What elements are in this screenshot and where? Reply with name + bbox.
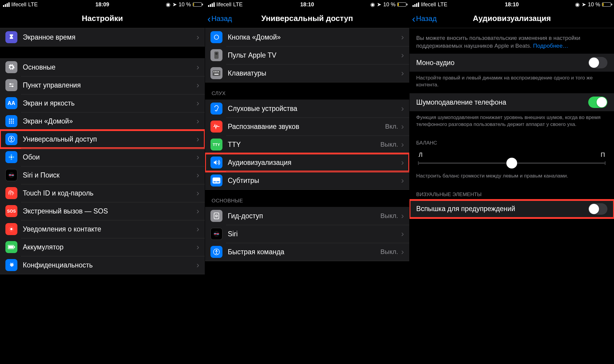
switch-mono-audio[interactable] [588,57,607,68]
status-bar: lifecell LTE 18:09 ◉ ➤ 10 % [0,0,205,9]
list-row[interactable]: SOSЭкстренный вызов — SOS› [0,202,205,220]
slider-thumb[interactable] [506,158,517,169]
list-row[interactable]: Слуховые устройства› [205,100,410,118]
list-row[interactable]: Siri и Поиск› [0,166,205,184]
screen-accessibility: lifecell LTE 18:10 ◉ ➤ 10 % ‹ Назад Унив… [205,0,410,364]
row-label: Уведомления о контакте [23,225,196,233]
clock: 18:10 [410,1,614,8]
chevron-right-icon: › [196,188,199,198]
switch-noise-cancel[interactable] [588,97,607,108]
clock: 18:09 [0,1,205,8]
back-button[interactable]: ‹ Назад [412,13,437,24]
grid-icon [5,115,17,127]
row-label: Экранное время [23,33,196,41]
row-noise-cancel[interactable]: Шумоподавление телефона [410,93,614,111]
footer-mono: Настройте правый и левый динамик на восп… [410,72,614,93]
list-row[interactable]: Клавиатуры› [205,64,410,82]
svg-rect-38 [214,213,219,219]
list-row[interactable]: Аккумулятор› [0,238,205,256]
chevron-right-icon: › [401,104,404,113]
siri-icon [210,228,222,240]
siri-icon [5,169,17,181]
page-title: Универсальный доступ [261,14,353,23]
chevron-right-icon: › [196,170,199,180]
list-row[interactable]: Siri› [205,225,410,243]
clock: 18:10 [205,1,410,8]
chevron-right-icon: › [196,80,199,90]
battery-icon [397,2,406,7]
svg-rect-30 [213,71,214,72]
list-row[interactable]: Экран «Домой»› [0,112,205,130]
access-icon [5,133,17,145]
screen-settings: lifecell LTE 18:09 ◉ ➤ 10 % Настройки Эк… [0,0,205,364]
switch-flash-alerts[interactable] [588,203,607,215]
list-row[interactable]: Основные› [0,58,205,76]
svg-point-26 [214,35,219,40]
row-label: Пункт управления [23,81,196,89]
balance-slider[interactable] [418,163,606,164]
gear-icon [5,61,17,73]
list-row[interactable]: Пункт управления› [0,76,205,94]
home-icon [210,31,222,43]
list-row[interactable]: Универсальный доступ› [0,130,205,148]
section-header-general: ОСНОВНЫЕ [205,189,410,207]
page-title: Настройки [82,14,123,23]
list-row[interactable]: Уведомления о контакте› [0,220,205,238]
list-row[interactable]: Пульт Apple TV› [205,46,410,64]
list-row[interactable]: AAЭкран и яркость› [0,94,205,112]
row-mono-audio[interactable]: Моно-аудио [410,54,614,72]
list-row[interactable]: Экранное время› [0,28,205,46]
sos-icon: SOS [5,205,17,217]
svg-point-15 [10,156,12,158]
list-row[interactable]: Субтитры› [205,172,410,189]
list-row[interactable]: Распознавание звуковВкл.› [205,118,410,136]
back-button[interactable]: ‹ Назад [207,13,232,24]
footer-noise: Функция шумоподавления понижает уровень … [410,111,614,133]
chevron-right-icon: › [401,122,404,131]
nav-bar: Настройки [0,9,205,28]
learn-more-link[interactable]: Подробнее… [533,43,568,49]
svg-rect-11 [11,123,12,124]
list-row[interactable]: TTYTTYВыкл.› [205,136,410,154]
flower-icon [5,151,17,163]
row-label: Субтитры [228,177,401,185]
back-label: Назад [211,14,232,23]
list-row[interactable]: Кнопка «Домой»› [205,28,410,46]
chevron-right-icon: › [401,32,404,42]
list-row[interactable]: Touch ID и код-пароль› [0,184,205,202]
svg-rect-33 [218,71,219,72]
sliders-icon [5,79,17,91]
row-label: Клавиатуры [228,69,401,77]
row-detail: Выкл. [380,248,398,256]
row-label: Touch ID и код-пароль [23,189,196,197]
status-bar: lifecell LTE 18:10 ◉ ➤ 10 % [410,0,614,9]
nav-bar: ‹ Назад Аудиовизуализация [410,9,614,28]
svg-rect-5 [11,119,12,120]
chevron-right-icon: › [196,260,199,270]
row-label: Аккумулятор [23,243,196,251]
tty-icon: TTY [210,139,222,151]
svg-rect-32 [216,71,217,72]
svg-point-17 [10,158,12,160]
chevron-right-icon: › [401,140,404,149]
list-row[interactable]: Аудиовизуализация› [205,154,410,172]
chevron-right-icon: › [401,229,404,239]
row-label: Экран и яркость [23,99,196,107]
svg-point-16 [10,154,12,156]
list-row[interactable]: Обои› [0,148,205,166]
svg-rect-25 [14,246,15,248]
list-row[interactable]: Гид-доступВыкл.› [205,207,410,225]
row-label: Пульт Apple TV [228,51,401,59]
row-flash-alerts[interactable]: Вспышка для предупреждений [410,200,614,218]
svg-rect-37 [216,181,219,182]
svg-rect-10 [9,123,10,124]
row-detail: Выкл. [380,212,398,220]
hourglass-icon [5,31,17,43]
chevron-right-icon: › [196,242,199,252]
svg-rect-35 [213,178,220,183]
list-row[interactable]: Конфиденциальность› [0,256,205,274]
section-header-hearing: СЛУХ [205,82,410,100]
chevron-right-icon: › [196,224,199,234]
list-row[interactable]: Быстрая командаВыкл.› [205,243,410,261]
row-label: Siri и Поиск [23,171,196,179]
